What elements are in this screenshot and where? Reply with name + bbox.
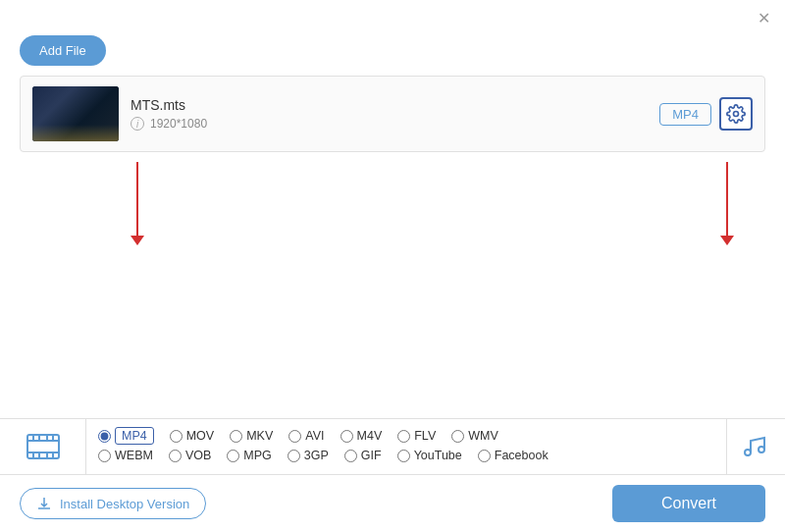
convert-button[interactable]: Convert: [612, 485, 765, 522]
title-bar: ✕: [0, 0, 785, 31]
label-avi: AVI: [305, 429, 324, 443]
radio-gif[interactable]: [344, 450, 357, 462]
format-option-facebook[interactable]: Facebook: [478, 449, 549, 462]
music-icon: [742, 432, 771, 461]
arrow-head: [720, 236, 734, 245]
file-meta: i 1920*1080: [131, 117, 648, 131]
format-option-flv[interactable]: FLV: [397, 429, 436, 443]
arrow-settings: [720, 162, 734, 245]
label-webm: WEBM: [115, 449, 153, 462]
radio-avi[interactable]: [288, 430, 301, 443]
arrow-format: [131, 162, 144, 245]
radio-flv[interactable]: [397, 430, 410, 443]
settings-button[interactable]: [719, 97, 753, 131]
install-label: Install Desktop Version: [60, 497, 189, 511]
label-mov: MOV: [186, 429, 214, 443]
svg-point-13: [759, 447, 764, 452]
radio-facebook[interactable]: [478, 450, 491, 462]
label-wmv: WMV: [468, 429, 498, 443]
label-flv: FLV: [414, 429, 436, 443]
format-option-wmv[interactable]: WMV: [451, 429, 498, 443]
format-option-vob[interactable]: VOB: [169, 449, 211, 462]
label-m4v: M4V: [357, 429, 383, 443]
format-panel-left[interactable]: [0, 419, 86, 474]
format-option-avi[interactable]: AVI: [288, 429, 324, 443]
format-row-2: WEBM VOB MPG 3GP GIF: [98, 449, 714, 462]
label-facebook: Facebook: [495, 449, 549, 462]
label-mp4: MP4: [115, 427, 154, 445]
file-resolution: 1920*1080: [150, 117, 207, 131]
format-option-m4v[interactable]: M4V: [340, 429, 383, 443]
label-vob: VOB: [185, 449, 211, 462]
file-thumbnail: [32, 86, 119, 141]
file-info: MTS.mts i 1920*1080: [131, 97, 648, 131]
format-panel-right[interactable]: [726, 419, 785, 474]
format-options: MP4 MOV MKV AVI M4V: [86, 419, 726, 474]
close-button[interactable]: ✕: [754, 8, 773, 27]
label-gif: GIF: [361, 449, 382, 462]
format-option-youtube[interactable]: YouTube: [397, 449, 462, 462]
svg-point-12: [745, 450, 751, 455]
format-option-mpg[interactable]: MPG: [227, 449, 271, 462]
header: Add File: [0, 31, 785, 76]
svg-point-0: [734, 112, 739, 117]
format-option-webm[interactable]: WEBM: [98, 449, 153, 462]
format-option-mov[interactable]: MOV: [170, 429, 214, 443]
file-actions: MP4: [659, 97, 753, 131]
label-mpg: MPG: [243, 449, 271, 462]
arrow-head-2: [131, 236, 144, 245]
radio-mov[interactable]: [170, 430, 183, 443]
radio-mpg[interactable]: [227, 450, 239, 462]
label-youtube: YouTube: [414, 449, 462, 462]
arrow-container: [0, 152, 785, 329]
format-panel: MP4 MOV MKV AVI M4V: [0, 418, 785, 474]
svg-rect-1: [27, 435, 59, 458]
format-badge[interactable]: MP4: [659, 103, 711, 126]
radio-youtube[interactable]: [397, 450, 410, 462]
add-file-button[interactable]: Add File: [20, 35, 106, 66]
file-item: MTS.mts i 1920*1080 MP4: [21, 77, 764, 151]
radio-wmv[interactable]: [451, 430, 464, 443]
radio-m4v[interactable]: [340, 430, 353, 443]
info-icon[interactable]: i: [131, 117, 144, 131]
actions-bar: Install Desktop Version Convert: [0, 474, 785, 532]
arrow-line: [726, 162, 728, 236]
file-name: MTS.mts: [131, 97, 648, 113]
install-button[interactable]: Install Desktop Version: [20, 488, 206, 519]
download-icon: [36, 496, 52, 511]
video-icon: [26, 429, 61, 464]
radio-webm[interactable]: [98, 450, 111, 462]
arrow-line-2: [136, 162, 138, 236]
format-option-gif[interactable]: GIF: [344, 449, 382, 462]
format-option-mp4[interactable]: MP4: [98, 427, 154, 445]
gear-icon: [726, 104, 746, 124]
radio-mkv[interactable]: [230, 430, 242, 443]
file-list: MTS.mts i 1920*1080 MP4: [20, 76, 765, 152]
format-row-1: MP4 MOV MKV AVI M4V: [98, 427, 714, 445]
radio-vob[interactable]: [169, 450, 182, 462]
format-option-3gp[interactable]: 3GP: [288, 449, 329, 462]
film-icon: [26, 429, 61, 464]
label-mkv: MKV: [246, 429, 273, 443]
bottom-panel: MP4 MOV MKV AVI M4V: [0, 418, 785, 532]
thumbnail-image: [32, 86, 119, 141]
radio-mp4[interactable]: [98, 430, 111, 443]
radio-3gp[interactable]: [288, 450, 300, 462]
format-option-mkv[interactable]: MKV: [230, 429, 273, 443]
label-3gp: 3GP: [304, 449, 329, 462]
